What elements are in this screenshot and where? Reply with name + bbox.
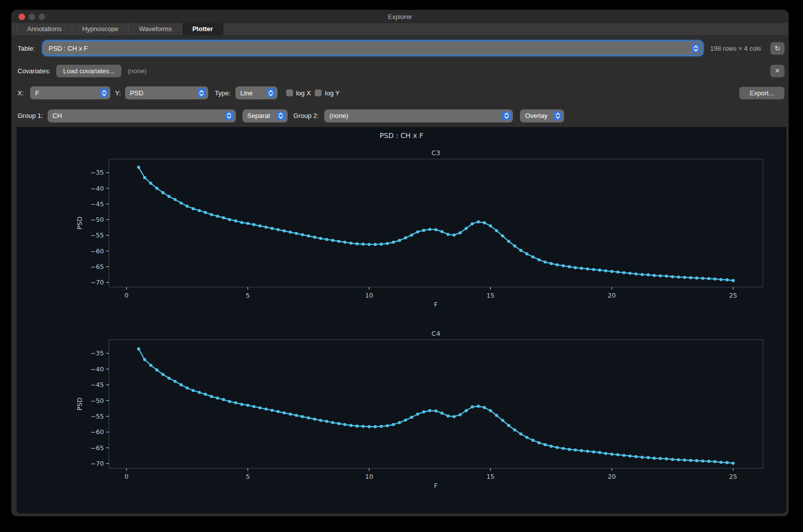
zoom-window-button[interactable] xyxy=(39,14,45,20)
table-select[interactable]: PSD : CH x F xyxy=(44,42,702,55)
data-point xyxy=(665,457,668,460)
covariates-label: Covariates: xyxy=(18,67,51,75)
psd-figure: PSD : CH x FC30510152025−35−40−45−50−55−… xyxy=(17,127,786,513)
data-point xyxy=(404,419,407,422)
data-point xyxy=(519,249,522,252)
log-y-label: log Y xyxy=(325,89,339,97)
data-point xyxy=(210,395,213,398)
data-point xyxy=(720,278,723,281)
data-point xyxy=(349,241,352,244)
figure-suptitle: PSD : CH x F xyxy=(379,131,423,140)
data-point xyxy=(622,271,625,274)
export-button[interactable]: Export... xyxy=(739,87,784,99)
data-point xyxy=(604,269,607,272)
data-point xyxy=(598,269,601,272)
data-point xyxy=(258,406,261,409)
tab-plotter[interactable]: Plotter xyxy=(182,23,223,35)
data-point xyxy=(349,424,352,427)
data-point xyxy=(707,460,710,463)
x-tick-label: 20 xyxy=(608,473,616,480)
type-label: Type: xyxy=(215,89,231,97)
data-point xyxy=(240,403,243,406)
x-axis-select[interactable]: F xyxy=(30,86,110,99)
data-point xyxy=(162,191,165,194)
data-point xyxy=(683,459,686,462)
data-point xyxy=(264,226,267,229)
y-tick-label: −65 xyxy=(91,263,104,271)
x-tick-label: 5 xyxy=(246,292,250,299)
data-point xyxy=(180,383,183,386)
data-point xyxy=(695,459,698,462)
data-point xyxy=(198,391,201,394)
log-x-checkbox[interactable] xyxy=(286,89,293,96)
table-label: Table: xyxy=(18,45,38,52)
group2-value: (none) xyxy=(329,112,348,119)
clear-button[interactable]: ✕ xyxy=(770,65,784,77)
data-point xyxy=(307,234,310,237)
data-point xyxy=(410,233,413,236)
data-point xyxy=(531,439,534,442)
group2-mode-select[interactable]: Overlay xyxy=(520,109,564,122)
data-point xyxy=(689,276,692,279)
data-point xyxy=(713,460,716,463)
y-axis-title: PSD xyxy=(76,216,83,229)
data-point xyxy=(174,380,177,383)
data-point xyxy=(628,454,631,457)
data-point xyxy=(398,421,401,424)
data-point xyxy=(186,386,189,389)
axes-frame xyxy=(109,340,763,468)
data-point xyxy=(307,417,310,420)
close-window-button[interactable] xyxy=(19,14,25,20)
dropdown-stepper-icon xyxy=(691,44,700,53)
data-point xyxy=(732,462,735,465)
data-point xyxy=(726,279,729,282)
tab-waveforms[interactable]: Waveforms xyxy=(129,23,182,35)
log-x-label: log X xyxy=(296,89,311,97)
data-point xyxy=(149,364,152,367)
data-point xyxy=(477,405,480,408)
minimize-window-button[interactable] xyxy=(29,14,35,20)
data-point xyxy=(289,231,292,234)
data-point xyxy=(319,237,322,240)
group2-select[interactable]: (none) xyxy=(324,109,513,122)
data-point xyxy=(610,270,613,273)
axes-frame xyxy=(109,159,763,287)
data-point xyxy=(277,228,280,231)
tab-annotations[interactable]: Annotations xyxy=(17,23,72,35)
title-bar[interactable]: Explorer xyxy=(12,10,788,23)
x-axis-title: F xyxy=(434,301,438,308)
data-point xyxy=(246,404,249,407)
subplot-title: C4 xyxy=(432,330,440,337)
x-tick-label: 0 xyxy=(124,473,128,480)
x-tick-label: 10 xyxy=(365,292,373,299)
data-point xyxy=(380,425,383,428)
load-covariates-button[interactable]: Load covariates... xyxy=(56,65,122,77)
group1-mode-select[interactable]: Separat xyxy=(242,109,288,122)
data-point xyxy=(459,413,462,416)
y-tick-label: −65 xyxy=(91,444,104,452)
data-point xyxy=(550,262,553,265)
dropdown-stepper-icon xyxy=(225,111,234,120)
data-point xyxy=(331,239,334,242)
y-tick-label: −45 xyxy=(91,381,104,388)
data-point xyxy=(343,241,346,244)
group1-select[interactable]: CH xyxy=(48,109,236,122)
refresh-button[interactable]: ↻ xyxy=(770,42,784,55)
dropdown-stepper-icon xyxy=(502,111,511,120)
x-tick-label: 15 xyxy=(486,473,494,480)
log-y-checkbox[interactable] xyxy=(315,89,322,96)
data-point xyxy=(604,452,607,455)
data-point xyxy=(162,373,165,376)
y-axis-value: PSD xyxy=(130,89,144,97)
psd-line-C4 xyxy=(139,349,733,463)
plot-type-select[interactable]: Line xyxy=(235,86,278,99)
data-point xyxy=(580,449,583,452)
y-axis-select[interactable]: PSD xyxy=(125,86,208,99)
data-point xyxy=(367,243,370,246)
data-point xyxy=(325,238,328,241)
x-tick-label: 20 xyxy=(608,292,616,299)
data-point xyxy=(513,428,516,431)
data-point xyxy=(168,376,171,379)
x-tick-label: 25 xyxy=(729,473,737,480)
tab-hypnoscope[interactable]: Hypnoscope xyxy=(72,23,129,35)
